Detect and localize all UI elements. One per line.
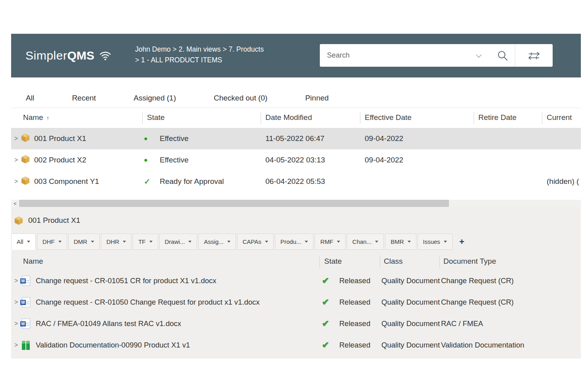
breadcrumb-line-1: John Demo > 2. Main views > 7. Products	[135, 44, 318, 55]
view-tab[interactable]: All	[26, 94, 34, 102]
chevron-down-icon[interactable]	[58, 241, 62, 243]
document-category-tab[interactable]: BMR	[385, 234, 416, 250]
document-file-icon	[22, 276, 30, 286]
chevron-down-icon[interactable]	[91, 241, 94, 243]
expand-chevron-icon[interactable]: >	[14, 320, 18, 327]
document-file-icon	[22, 319, 30, 329]
product-state: Effective	[160, 156, 189, 164]
column-divider[interactable]	[474, 112, 474, 124]
product-date-modified: 11-05-2022 06:47	[265, 134, 325, 143]
view-tab[interactable]: Recent	[72, 94, 96, 102]
column-header-document-type[interactable]: Document Type	[443, 257, 496, 266]
expand-chevron-icon[interactable]: >	[14, 342, 18, 349]
filter-options-icon[interactable]	[515, 44, 553, 67]
column-divider[interactable]	[380, 256, 380, 268]
document-category-tab[interactable]: Assig...	[198, 234, 236, 250]
document-category-tab[interactable]: Chan...	[347, 234, 384, 250]
document-row[interactable]: > RAC / FMEA-01049 Allans test RAC v1.do…	[11, 313, 581, 334]
column-header-effective-date[interactable]: Effective Date	[365, 113, 412, 122]
chevron-down-icon[interactable]	[27, 241, 30, 243]
document-state: Released	[339, 276, 370, 285]
product-box-icon	[21, 154, 30, 166]
column-header-retire-date[interactable]: Retire Date	[478, 113, 516, 122]
document-category-tab[interactable]: DHF	[37, 234, 67, 250]
document-category-tab[interactable]: TF	[133, 234, 158, 250]
view-tab[interactable]: Assigned (1)	[133, 94, 176, 102]
search-scope-chevron-down-icon[interactable]	[476, 52, 482, 57]
column-divider[interactable]	[261, 112, 261, 124]
document-category-tab[interactable]: CAPAs	[237, 234, 274, 250]
view-tab[interactable]: Pinned	[305, 94, 329, 102]
product-row[interactable]: > 003 Component Y1 ✓ Ready for Approval …	[11, 171, 581, 192]
chevron-down-icon[interactable]	[408, 241, 411, 243]
detail-title-text: 001 Product X1	[28, 216, 80, 225]
documents-table-header: Name State Class Document Type	[11, 253, 581, 270]
product-effective-date: 09-04-2022	[365, 134, 403, 143]
view-tab[interactable]: Checked out (0)	[214, 94, 267, 102]
tab-label: All	[17, 238, 23, 245]
document-row[interactable]: > Validation Documentation-00990 Product…	[11, 334, 581, 356]
document-category-tab[interactable]: DMR	[68, 234, 100, 250]
column-header-name[interactable]: Name↑	[23, 113, 49, 122]
column-divider[interactable]	[439, 256, 440, 268]
chevron-down-icon[interactable]	[123, 241, 126, 243]
column-divider[interactable]	[319, 256, 320, 268]
document-row[interactable]: > Change request - CR-01050 Change Reque…	[11, 292, 581, 313]
chevron-down-icon[interactable]	[337, 241, 340, 243]
add-tab-button[interactable]: +	[454, 234, 470, 250]
chevron-down-icon[interactable]	[149, 241, 153, 243]
product-detail-panel: 001 Product X1 + All DHF DMR	[11, 207, 581, 359]
expand-chevron-icon[interactable]: >	[14, 178, 18, 185]
logo-text-light: Simpler	[25, 49, 67, 62]
chevron-down-icon[interactable]	[305, 241, 308, 243]
document-row[interactable]: > Change request - CR-01051 CR for produ…	[11, 270, 581, 292]
scrollbar-thumb[interactable]	[19, 200, 449, 207]
expand-chevron-icon[interactable]: >	[14, 135, 18, 142]
search-bar	[320, 44, 553, 67]
logo-text-bold: QMS	[67, 49, 94, 62]
chevron-down-icon[interactable]	[227, 241, 230, 243]
document-type: Change Request (CR)	[441, 298, 514, 307]
tab-label: Issues	[423, 238, 440, 245]
search-icon[interactable]	[490, 44, 515, 67]
document-category-tab[interactable]: DHR	[101, 234, 132, 250]
chevron-down-icon[interactable]	[375, 241, 378, 243]
column-divider[interactable]	[360, 112, 360, 124]
column-header-class[interactable]: Class	[384, 257, 403, 266]
document-category-tab[interactable]: RMF	[315, 234, 346, 250]
document-name: Validation Documentation-00990 Product X…	[36, 341, 190, 350]
expand-chevron-icon[interactable]: >	[14, 277, 18, 284]
document-category-tab[interactable]: All	[11, 234, 36, 250]
horizontal-scrollbar[interactable]: <	[11, 200, 581, 207]
column-divider[interactable]	[542, 112, 542, 124]
products-table-body: > 001 Product X1 ● Effective 11-05-2022 …	[11, 128, 581, 192]
chevron-down-icon[interactable]	[265, 241, 268, 243]
document-category-tab[interactable]: Issues	[418, 234, 453, 250]
column-header-state[interactable]: State	[147, 113, 164, 122]
breadcrumb[interactable]: John Demo > 2. Main views > 7. Products …	[135, 44, 318, 66]
column-header-current[interactable]: Current	[547, 113, 572, 122]
chevron-down-icon[interactable]	[444, 241, 447, 243]
chevron-down-icon[interactable]	[188, 241, 191, 243]
search-input[interactable]	[320, 51, 476, 60]
state-icon: ●	[144, 135, 148, 142]
document-category-tab[interactable]: Produ...	[275, 234, 314, 250]
tab-label: Produ...	[280, 238, 302, 245]
column-header-name[interactable]: Name	[23, 257, 43, 266]
column-header-state[interactable]: State	[324, 257, 342, 266]
column-header-date-modified[interactable]: Date Modified	[265, 113, 312, 122]
document-category-tab[interactable]: Drawi...	[159, 234, 197, 250]
expand-chevron-icon[interactable]: >	[14, 299, 18, 306]
breadcrumb-line-2: > 1 - ALL PRODUCT ITEMS	[135, 55, 318, 66]
product-box-icon	[21, 133, 30, 145]
tab-label: DHR	[106, 238, 120, 245]
product-box-icon	[14, 216, 23, 225]
product-row[interactable]: > 001 Product X1 ● Effective 11-05-2022 …	[11, 128, 581, 149]
product-name: 003 Component Y1	[34, 177, 99, 186]
scroll-left-icon[interactable]: <	[11, 200, 19, 207]
expand-chevron-icon[interactable]: >	[14, 156, 18, 164]
documents-table-body: > Change request - CR-01051 CR for produ…	[11, 270, 581, 356]
column-divider[interactable]	[142, 112, 143, 124]
product-row[interactable]: > 002 Product X2 ● Effective 04-05-2022 …	[11, 149, 581, 171]
tab-label: RMF	[320, 238, 333, 245]
